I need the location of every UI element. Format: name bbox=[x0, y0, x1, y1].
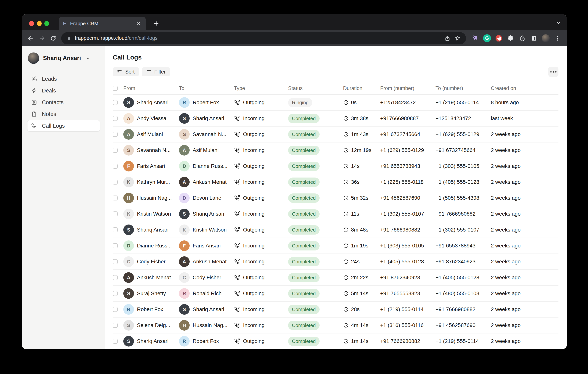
call-type: Incoming bbox=[243, 179, 265, 185]
from-number: +91 7655553323 bbox=[380, 290, 436, 297]
call-duration: 8m 48s bbox=[351, 227, 368, 233]
minimize-window-button[interactable] bbox=[37, 21, 42, 26]
status-badge: Completed bbox=[288, 241, 320, 250]
clock-icon bbox=[343, 291, 349, 296]
table-row[interactable]: A Asif Mulani S Savannah N... Outgoing C… bbox=[113, 127, 558, 142]
url-bar[interactable]: frappecrm.frappe.cloud/crm/call-logs bbox=[61, 32, 466, 44]
from-name: Kathryn Mur... bbox=[137, 179, 170, 185]
browser-menu-kebab-icon[interactable] bbox=[552, 33, 563, 43]
row-checkbox[interactable] bbox=[113, 195, 118, 201]
table-row[interactable]: K Kristin Watson S Shariq Ansari Incomin… bbox=[113, 206, 558, 222]
table-row[interactable]: S Shariq Ansari K Kristin Watson Outgoin… bbox=[113, 222, 558, 238]
row-checkbox[interactable] bbox=[113, 243, 118, 248]
status-badge: Ringing bbox=[288, 98, 312, 107]
table-row[interactable]: S Selena Delg... H Hussain Nag... Incomi… bbox=[113, 318, 558, 333]
row-checkbox[interactable] bbox=[113, 307, 118, 312]
filter-button[interactable]: Filter bbox=[142, 67, 170, 76]
row-checkbox[interactable] bbox=[113, 323, 118, 328]
row-checkbox[interactable] bbox=[113, 259, 118, 264]
status-badge: Completed bbox=[288, 193, 320, 203]
sidebar-item-notes[interactable]: Notes bbox=[27, 108, 100, 119]
from-name: Asif Mulani bbox=[137, 131, 163, 137]
tab-search-chevron-icon[interactable] bbox=[556, 20, 561, 26]
maximize-window-button[interactable] bbox=[44, 21, 49, 26]
row-checkbox[interactable] bbox=[113, 212, 118, 216]
to-number: +91 4562587690 bbox=[436, 322, 491, 328]
forward-icon[interactable] bbox=[37, 33, 47, 43]
table-row[interactable]: S Savannah N... A Asif Mulani Incoming C… bbox=[113, 142, 558, 158]
select-all-checkbox[interactable] bbox=[113, 86, 118, 91]
row-checkbox[interactable] bbox=[113, 132, 118, 137]
table-row[interactable]: A Ankush Menat C Cody Fisher Outgoing Co… bbox=[113, 270, 558, 286]
column-header-created-on: Created on bbox=[491, 85, 558, 91]
from-name: Cody Fisher bbox=[137, 259, 166, 265]
to-avatar: R bbox=[179, 97, 190, 108]
row-checkbox[interactable] bbox=[113, 148, 118, 153]
created-on: 2 weeks ago bbox=[491, 290, 558, 297]
row-checkbox[interactable] bbox=[113, 291, 118, 296]
clock-icon bbox=[343, 179, 349, 185]
extension-leaf-icon[interactable] bbox=[517, 33, 527, 43]
column-header-duration: Duration bbox=[343, 85, 380, 91]
bookmark-star-icon[interactable] bbox=[453, 34, 462, 43]
row-checkbox[interactable] bbox=[113, 164, 118, 169]
share-icon[interactable] bbox=[443, 34, 452, 43]
row-checkbox[interactable] bbox=[113, 275, 118, 280]
to-avatar: S bbox=[179, 304, 190, 315]
row-checkbox[interactable] bbox=[113, 100, 118, 105]
table-row[interactable]: S Shariq Ansari R Robert Fox Outgoing Co… bbox=[113, 333, 558, 349]
user-dropdown[interactable]: Shariq Ansari bbox=[27, 52, 100, 64]
to-number: +91 7666980882 bbox=[436, 211, 491, 217]
status-badge: Completed bbox=[288, 130, 320, 139]
sort-button[interactable]: Sort bbox=[113, 67, 139, 76]
back-icon[interactable] bbox=[26, 33, 35, 43]
extension-adblock-icon[interactable] bbox=[494, 33, 504, 43]
outgoing-call-icon bbox=[234, 195, 240, 201]
extensions-puzzle-icon[interactable] bbox=[505, 33, 516, 43]
browser-profile-avatar[interactable] bbox=[541, 33, 551, 43]
reload-icon[interactable] bbox=[48, 33, 58, 43]
contacts-icon bbox=[31, 99, 37, 106]
table-row[interactable]: A Andy Viessa S Shariq Ansari Incoming C… bbox=[113, 111, 558, 127]
call-duration: 12m 19s bbox=[351, 147, 371, 153]
from-avatar: S bbox=[123, 97, 134, 108]
tab-frappe-crm[interactable]: F Frappe CRM bbox=[59, 17, 146, 30]
status-badge: Completed bbox=[288, 225, 320, 235]
table-row[interactable]: S Suraj Shetty R Ronald Rich... Outgoing… bbox=[113, 286, 558, 302]
created-on: 2 weeks ago bbox=[491, 179, 558, 185]
close-window-button[interactable] bbox=[29, 21, 34, 26]
call-duration: 2m 22s bbox=[351, 275, 368, 281]
from-name: Faris Ansari bbox=[137, 163, 165, 169]
from-avatar: A bbox=[123, 129, 134, 140]
table-row[interactable]: D Dianne Russ... F Faris Ansari Incoming… bbox=[113, 238, 558, 254]
row-checkbox[interactable] bbox=[113, 116, 118, 121]
lock-icon bbox=[66, 35, 72, 41]
sidebar-item-deals[interactable]: Deals bbox=[27, 85, 100, 96]
row-checkbox[interactable] bbox=[113, 339, 118, 344]
sidebar-item-contacts[interactable]: Contacts bbox=[27, 97, 100, 108]
table-row[interactable]: H Hussain Nag... D Devon Lane Outgoing C… bbox=[113, 190, 558, 206]
table-header: From To Type Status Duration From (numbe… bbox=[113, 82, 558, 95]
sort-label: Sort bbox=[125, 69, 135, 75]
browser-window: F Frappe CRM frappecrm.frappe.cloud/c bbox=[22, 14, 567, 349]
tab-close-icon[interactable] bbox=[136, 21, 142, 27]
row-checkbox[interactable] bbox=[113, 227, 118, 232]
table-row[interactable]: C Cody Fisher A Ankush Menat Incoming Co… bbox=[113, 254, 558, 270]
table-row[interactable]: K Kathryn Mur... A Ankush Menat Incoming… bbox=[113, 174, 558, 190]
from-number: +1 (629) 555-0129 bbox=[380, 147, 436, 153]
extension-frame-icon[interactable] bbox=[529, 33, 539, 43]
extension-grammarly-icon[interactable]: G bbox=[482, 33, 492, 43]
sidebar-item-call-logs[interactable]: Call Logs bbox=[27, 120, 100, 131]
sidebar-item-leads[interactable]: Leads bbox=[27, 73, 100, 84]
more-options-button[interactable] bbox=[548, 67, 558, 77]
extension-octocat-icon[interactable] bbox=[470, 33, 480, 43]
table-row[interactable]: F Faris Ansari D Dianne Russ... Outgoing… bbox=[113, 158, 558, 174]
table-row[interactable]: S Shariq Ansari R Robert Fox Outgoing Ri… bbox=[113, 95, 558, 111]
incoming-call-icon bbox=[234, 115, 240, 122]
table-row[interactable]: R Robert Fox S Shariq Ansari Incoming Co… bbox=[113, 302, 558, 318]
call-type: Incoming bbox=[243, 259, 265, 265]
row-checkbox[interactable] bbox=[113, 180, 118, 184]
to-number: +91 7666980882 bbox=[436, 306, 491, 312]
new-tab-button[interactable] bbox=[152, 19, 160, 28]
call-type: Outgoing bbox=[243, 275, 265, 281]
